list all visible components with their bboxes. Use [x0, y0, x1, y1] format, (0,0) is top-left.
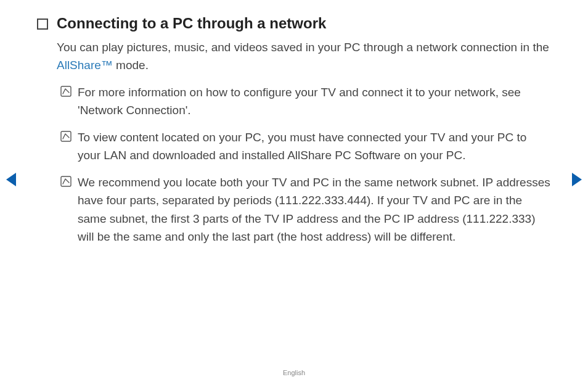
page-content: Connecting to a PC through a network You…: [0, 0, 588, 246]
svg-rect-0: [61, 86, 71, 96]
next-page-button[interactable]: [571, 172, 583, 190]
triangle-left-icon: [5, 172, 17, 188]
note-text: We recommend you locate both your TV and…: [78, 173, 551, 246]
footer-language: English: [0, 369, 588, 376]
note-item: We recommend you locate both your TV and…: [60, 173, 551, 246]
svg-rect-2: [61, 176, 71, 186]
note-text: To view content located on your PC, you …: [78, 128, 551, 165]
intro-before: You can play pictures, music, and videos…: [57, 41, 549, 54]
prev-page-button[interactable]: [5, 172, 17, 190]
note-text: For more information on how to configure…: [78, 83, 551, 120]
triangle-right-icon: [571, 172, 583, 188]
title-row: Connecting to a PC through a network: [37, 15, 551, 32]
svg-marker-3: [6, 173, 16, 186]
intro-paragraph: You can play pictures, music, and videos…: [57, 38, 551, 75]
svg-rect-1: [61, 131, 71, 141]
page-title: Connecting to a PC through a network: [57, 15, 326, 32]
note-item: To view content located on your PC, you …: [60, 128, 551, 165]
note-icon: [60, 176, 71, 187]
intro-after: mode.: [113, 59, 149, 72]
body-text: You can play pictures, music, and videos…: [57, 38, 551, 246]
section-bullet-icon: [37, 19, 48, 30]
allshare-link[interactable]: AllShare™: [57, 59, 113, 72]
note-item: For more information on how to configure…: [60, 83, 551, 120]
note-icon: [60, 86, 71, 97]
svg-marker-4: [572, 173, 582, 186]
note-icon: [60, 131, 71, 142]
